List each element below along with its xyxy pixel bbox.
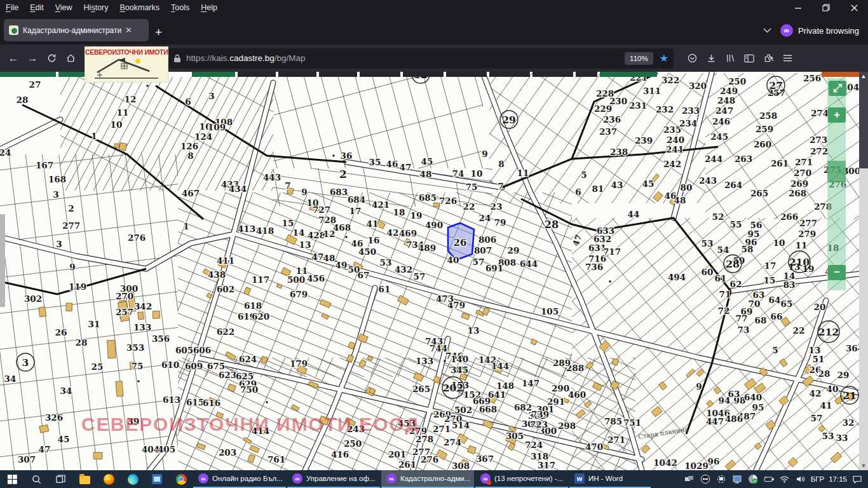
scrollbar-down-arrow[interactable]: ▼ (859, 463, 868, 469)
parcel-label: 7 (285, 180, 290, 191)
tray-wifi-icon[interactable] (779, 476, 790, 483)
parcel-label: 3 (208, 91, 214, 101)
parcel-label: 263 (735, 154, 752, 164)
menu-help[interactable]: Help (195, 1, 223, 14)
menu-file[interactable]: File (0, 1, 24, 14)
action-center-icon[interactable] (851, 475, 863, 484)
district-number: 27 (769, 79, 783, 92)
pocket-icon[interactable] (682, 49, 702, 68)
parcel-label: 63 (753, 290, 765, 300)
parcel-label: 28 (17, 95, 29, 105)
start-button[interactable] (0, 470, 24, 488)
parcel-label: 322 (661, 75, 679, 85)
parcel-label: 274 (811, 108, 829, 118)
parcel-label: 61 (715, 273, 727, 283)
url-bar[interactable]: https://kais.cadastre.bg/bg/Map 110% ★ (155, 48, 674, 69)
agency-logo: СЕВЕРОИЗТОЧНИ ИМОТИ (85, 46, 168, 83)
taskbar-window-button[interactable]: ∞(13 непрочетени) -... (475, 470, 568, 488)
library-icon[interactable] (721, 49, 740, 68)
tray-volume-icon[interactable] (795, 475, 806, 483)
tab-kadastralno[interactable]: Кадастрално-административн ✕ (4, 19, 149, 41)
parcel-label: 29 (508, 245, 520, 255)
cadastral-map-viewport[interactable]: 2728121110124167168322772761391193023002… (0, 72, 868, 470)
tray-antivirus-icon[interactable] (747, 475, 759, 484)
tab-close-icon[interactable]: ✕ (125, 25, 132, 35)
menu-tools[interactable]: Tools (165, 1, 195, 14)
parcel-label: 364 (846, 343, 859, 353)
map-zoom-in-button[interactable]: + (828, 107, 846, 123)
menu-bookmarks[interactable]: Bookmarks (114, 1, 166, 14)
parcel-label: 610 (161, 360, 179, 370)
firefox-icon[interactable] (97, 470, 121, 488)
side-panel-handle[interactable]: ‹ (0, 214, 5, 307)
page-scrollbar[interactable]: ▲ ▼ (859, 72, 868, 470)
scrollbar-thumb[interactable] (859, 72, 868, 168)
sidebar-toggle-icon[interactable] (740, 49, 759, 68)
parcel-label: 624 (239, 354, 257, 364)
taskbar-window-button[interactable]: ∞Управление на оф... (287, 470, 380, 488)
chrome-icon[interactable] (169, 470, 193, 488)
parcel-label: 622 (217, 327, 234, 337)
parcel-label: 256 (803, 73, 821, 83)
district-number: 210 (789, 256, 810, 268)
zoom-level-button[interactable]: 110% (625, 52, 653, 65)
minimize-button[interactable] (784, 0, 812, 15)
list-tabs-chevron-icon[interactable] (763, 28, 771, 33)
parcel-label: 307 (18, 454, 36, 464)
photos-app-icon[interactable] (145, 470, 169, 488)
parcel-label: 33 (836, 433, 848, 443)
tray-battery-icon[interactable] (763, 476, 775, 482)
tray-language-indicator[interactable]: БГР (811, 475, 824, 483)
extensions-icon[interactable] (759, 49, 778, 68)
parcel-label: 133 (133, 322, 151, 332)
parcel-label: 470 (585, 442, 603, 452)
file-explorer-icon[interactable] (72, 470, 97, 488)
taskbar-window-button[interactable]: ∞Кадастрално-адми... (381, 470, 474, 488)
close-window-button[interactable] (840, 0, 868, 15)
new-tab-button[interactable]: + (155, 26, 162, 38)
parcel-label: 74 (452, 168, 465, 179)
scrollbar-up-arrow[interactable]: ▲ (859, 73, 868, 79)
edge-icon[interactable] (121, 470, 145, 488)
taskbar-search-icon[interactable] (24, 470, 48, 488)
parcel-label: 259 (756, 124, 773, 134)
restore-button[interactable] (812, 0, 840, 15)
lock-icon[interactable] (173, 54, 181, 63)
parcel-label: 79 (494, 217, 506, 227)
taskbar-word-button[interactable]: wИН - Word (569, 470, 651, 488)
hamburger-menu-icon[interactable] (778, 49, 797, 68)
cadastral-map[interactable]: 2728121110124167168322772761391193023002… (0, 72, 859, 470)
parcel-label: 723 (530, 419, 548, 430)
menu-edit[interactable]: Edit (24, 1, 50, 14)
parcel-label: 51 (813, 354, 825, 364)
parcel-label: 201 (388, 449, 406, 459)
home-button[interactable] (61, 49, 80, 68)
parcel-label: 67 (358, 270, 370, 280)
menu-view[interactable]: View (50, 1, 78, 14)
parcel-label: 242 (663, 159, 681, 169)
tray-record-icon[interactable] (715, 475, 727, 484)
parcel-label: 72 (718, 306, 730, 316)
menu-history[interactable]: History (78, 1, 114, 14)
forward-button[interactable]: → (23, 49, 42, 68)
map-zoom-out-button[interactable]: − (828, 265, 846, 280)
tray-clock[interactable]: 17:15 (829, 475, 847, 483)
tray-teamviewer-icon[interactable] (700, 475, 711, 484)
bookmark-star-icon[interactable]: ★ (660, 52, 668, 64)
parcel-label: 26 (55, 327, 67, 337)
parcel-label: 8 (187, 151, 193, 161)
parcel-label: 96 (708, 456, 720, 466)
parcel-label: 147 (522, 378, 539, 388)
tray-screens-icon[interactable] (684, 475, 695, 483)
parcel-label: 460 (568, 390, 586, 400)
task-view-icon[interactable] (48, 470, 72, 488)
parcel-label: 305 (506, 431, 524, 441)
back-button[interactable]: ← (4, 49, 23, 68)
reload-button[interactable] (42, 49, 61, 68)
tray-display-icon[interactable] (731, 475, 743, 484)
parcel-label: 260 (754, 139, 771, 149)
taskbar-window-button[interactable]: ∞Онлайн радио Бъл... (193, 470, 286, 488)
downloads-icon[interactable] (702, 49, 721, 68)
parcel-label: 250 (728, 76, 746, 86)
map-expand-button[interactable]: ⤢ (829, 81, 846, 96)
